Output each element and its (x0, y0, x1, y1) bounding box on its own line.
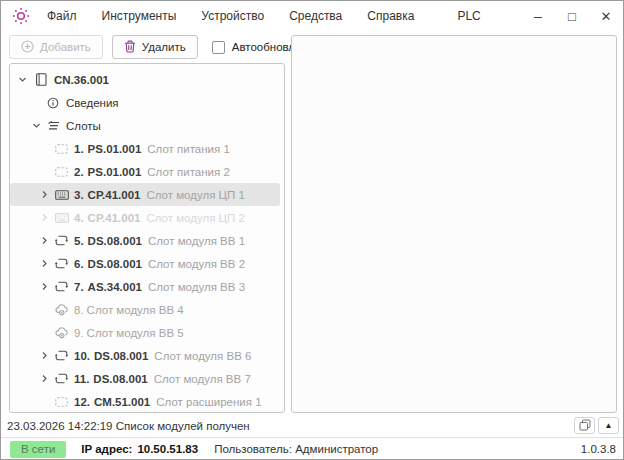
slot-desc: Слот модуля ВВ 1 (148, 235, 245, 247)
menu-utilities[interactable]: Средства (289, 9, 342, 23)
slots-list-icon (47, 120, 66, 131)
tree-item-slot-5[interactable]: 5. DS.08.001 Слот модуля ВВ 1 (10, 229, 284, 252)
slots-label: Слоты (66, 120, 101, 132)
io-module-icon (55, 373, 74, 384)
copy-icon (579, 419, 591, 433)
slot-code: PS.01.001 (88, 166, 142, 178)
title-bar: Файл Инструменты Устройство Средства Спр… (1, 1, 623, 31)
slot-number: 12. (74, 396, 90, 408)
ip-value: 10.50.51.83 (137, 443, 198, 455)
slot-desc: Слот расширения 1 (156, 396, 261, 408)
log-actions: ▲ (574, 417, 619, 434)
autorefresh-checkbox[interactable] (212, 41, 225, 54)
chevron-down-icon[interactable] (32, 121, 47, 130)
slot-number: 7. (74, 281, 84, 293)
arrow-up-icon: ▲ (605, 422, 613, 430)
tree-item-slot-2[interactable]: 2. PS.01.001 Слот питания 2 (10, 160, 284, 183)
io-module-icon (55, 258, 74, 269)
maximize-button[interactable]: □ (555, 1, 589, 31)
slot-desc: Слот модуля ВВ 4 (87, 304, 184, 316)
tree-item-slot-3-selected[interactable]: 3. CP.41.001 Слот модуля ЦП 1 (10, 183, 280, 206)
tree-item-slot-9[interactable]: 9. Слот модуля ВВ 5 (10, 321, 284, 344)
menu-file[interactable]: Файл (47, 9, 77, 23)
add-circle-icon (21, 40, 34, 55)
slot-number: 3. (74, 189, 84, 201)
chevron-right-icon[interactable] (40, 259, 55, 268)
slot-number: 4. (74, 212, 84, 224)
online-status-badge: В сети (10, 441, 66, 458)
chevron-right-icon[interactable] (40, 190, 55, 199)
add-button-label: Добавить (40, 41, 91, 53)
tree-item-slot-4[interactable]: 4. CP.41.001 Слот модуля ЦП 2 (10, 206, 284, 229)
slot-desc: Слот модуля ВВ 3 (148, 281, 245, 293)
slot-code: DS.08.001 (93, 373, 147, 385)
chevron-right-icon[interactable] (40, 236, 55, 245)
tree-item-slots[interactable]: Слоты (10, 114, 284, 137)
slot-code: DS.08.001 (88, 258, 142, 270)
tree-item-slot-12[interactable]: 12. CM.51.001 Слот расширения 1 (10, 390, 284, 413)
chevron-right-icon[interactable] (40, 351, 55, 360)
device-icon (35, 73, 54, 86)
menu-device[interactable]: Устройство (201, 9, 264, 23)
slot-desc: Слот модуля ВВ 6 (154, 350, 251, 362)
slot-number: 5. (74, 235, 84, 247)
tree-item-root[interactable]: CN.36.001 (10, 68, 284, 91)
app-logo-icon (11, 6, 31, 26)
slot-desc: Слот модуля ЦП 2 (146, 212, 245, 224)
slot-code: DS.08.001 (94, 350, 148, 362)
empty-slot-icon (55, 144, 74, 154)
expand-log-button[interactable]: ▲ (598, 417, 619, 434)
menu-tools[interactable]: Инструменты (102, 9, 177, 23)
slot-desc: Слот модуля ВВ 5 (87, 327, 184, 339)
slot-desc: Слот питания 1 (147, 143, 230, 155)
slot-number: 9. (74, 327, 84, 339)
slot-number: 6. (74, 258, 84, 270)
log-message: 23.03.2026 14:22:19 Список модулей получ… (7, 420, 250, 432)
slot-number: 8. (74, 304, 84, 316)
tree-item-info[interactable]: Сведения (10, 91, 284, 114)
slot-number: 2. (74, 166, 84, 178)
status-bar: В сети IP адрес: 10.50.51.83 Пользовател… (1, 437, 624, 460)
slot-desc: Слот модуля ВВ 2 (148, 258, 245, 270)
slot-code: AS.34.001 (88, 281, 142, 293)
menu-help[interactable]: Справка (367, 9, 414, 23)
user-info: Пользователь: Администратор (214, 443, 378, 455)
chevron-right-icon[interactable] (40, 374, 55, 383)
add-button[interactable]: Добавить (9, 35, 103, 59)
trash-icon (124, 40, 136, 55)
slot-code: PS.01.001 (88, 143, 142, 155)
chevron-right-icon[interactable] (40, 282, 55, 291)
app-window: Файл Инструменты Устройство Средства Спр… (0, 0, 624, 460)
tree-item-slot-1[interactable]: 1. PS.01.001 Слот питания 1 (10, 137, 284, 160)
info-label: Сведения (66, 97, 119, 109)
tree-item-slot-8[interactable]: 8. Слот модуля ВВ 4 (10, 298, 284, 321)
slot-number: 1. (74, 143, 84, 155)
io-module-icon (55, 281, 74, 292)
device-tree-panel: CN.36.001 Сведения (9, 63, 285, 413)
slot-code: CP.41.001 (88, 212, 141, 224)
menu-plc[interactable]: PLC (457, 9, 480, 23)
slot-number: 11. (74, 373, 89, 385)
cloud-gear-icon (55, 327, 74, 339)
empty-slot-icon (55, 397, 74, 407)
tree-item-slot-11[interactable]: 11. DS.08.001 Слот модуля ВВ 7 (10, 367, 284, 390)
window-controls: – □ ✕ (521, 1, 623, 31)
tree-item-slot-10[interactable]: 10. DS.08.001 Слот модуля ВВ 6 (10, 344, 284, 367)
copy-log-button[interactable] (574, 417, 595, 434)
chevron-down-icon[interactable] (18, 75, 35, 84)
tree-item-slot-7[interactable]: 7. AS.34.001 Слот модуля ВВ 3 (10, 275, 284, 298)
app-version: 1.0.3.8 (581, 443, 616, 455)
toolbar: Добавить Удалить Автообновление (9, 35, 321, 59)
cloud-gear-icon (55, 304, 74, 316)
minimize-button[interactable]: – (521, 1, 555, 31)
slot-code: DS.08.001 (88, 235, 142, 247)
log-bar: 23.03.2026 14:22:19 Список модулей получ… (1, 415, 624, 436)
delete-button[interactable]: Удалить (112, 35, 198, 59)
io-module-icon (55, 235, 74, 246)
chevron-right-icon[interactable] (40, 213, 55, 222)
close-button[interactable]: ✕ (589, 1, 623, 31)
tree-item-slot-6[interactable]: 6. DS.08.001 Слот модуля ВВ 2 (10, 252, 284, 275)
slot-code: CP.41.001 (88, 189, 141, 201)
info-icon (47, 97, 66, 109)
cpu-module-icon (55, 190, 74, 200)
